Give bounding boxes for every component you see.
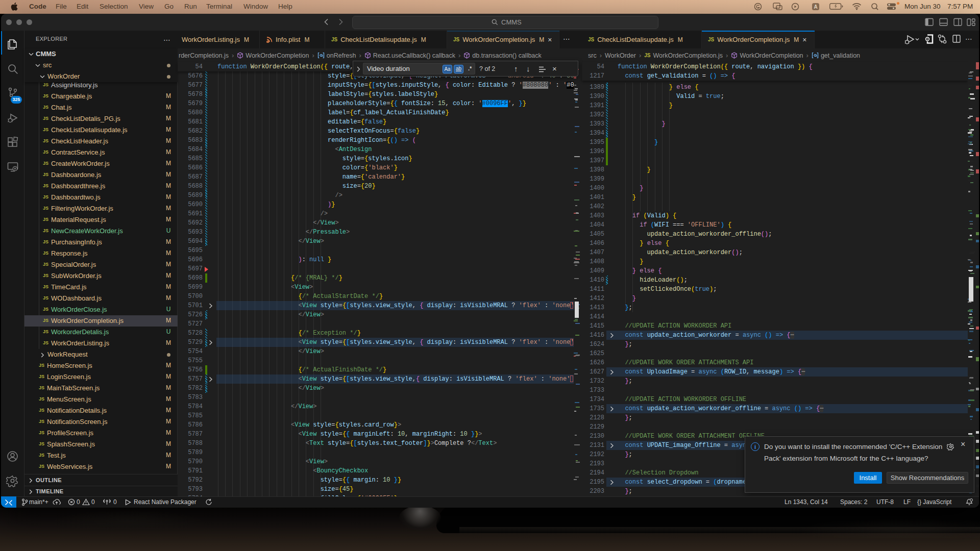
svg-text:A: A [814, 4, 817, 10]
